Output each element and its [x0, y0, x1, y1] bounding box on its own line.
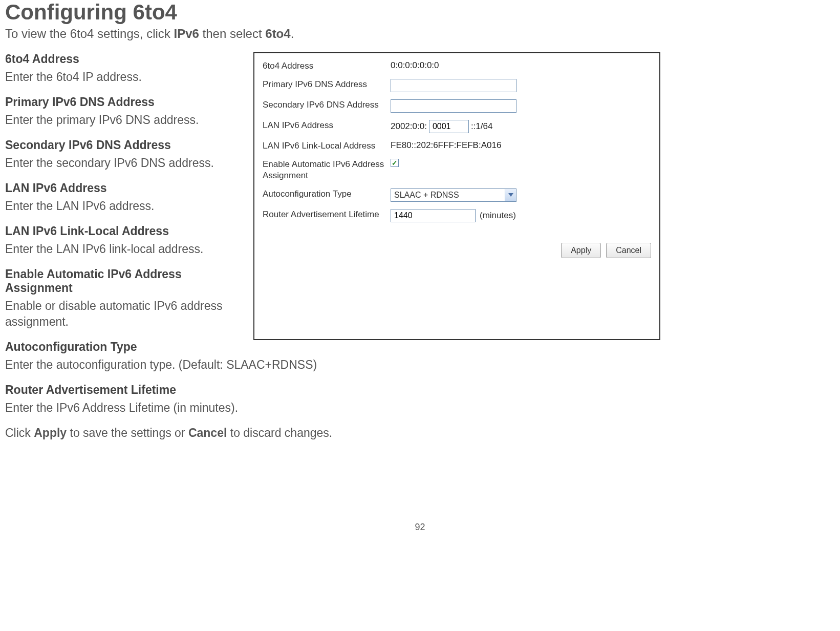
section-desc-lan-ipv6: Enter the LAN IPv6 address. — [5, 198, 243, 214]
section-title-secondary-dns: Secondary IPv6 DNS Address — [5, 138, 243, 152]
page-subtitle: To view the 6to4 settings, click IPv6 th… — [5, 27, 835, 41]
section-desc-linklocal: Enter the LAN IPv6 link-local address. — [5, 241, 243, 257]
subtitle-bold-ipv6: IPv6 — [174, 27, 199, 40]
page-number: 92 — [5, 522, 835, 533]
label-secondary-dns: Secondary IPv6 DNS Address — [263, 99, 391, 111]
value-linklocal: FE80::202:6FFF:FEFB:A016 — [391, 140, 501, 151]
final-pre: Click — [5, 426, 34, 439]
final-bold-cancel: Cancel — [188, 426, 227, 439]
section-title-6to4: 6to4 Address — [5, 52, 243, 66]
label-linklocal: LAN IPv6 Link-Local Address — [263, 140, 391, 152]
subtitle-text-mid: then select — [199, 27, 265, 40]
autoconf-select-value: SLAAC + RDNSS — [391, 191, 462, 200]
settings-form-panel: 6to4 Address 0:0:0:0:0:0:0 Primary IPv6 … — [253, 52, 660, 340]
lan-prefix-text: 2002:0:0: — [391, 121, 427, 132]
section-desc-autoconf: Enter the autoconfiguration type. (Defau… — [5, 357, 835, 373]
section-title-lan-ipv6: LAN IPv6 Address — [5, 181, 243, 195]
page-title: Configuring 6to4 — [5, 0, 835, 25]
label-primary-dns: Primary IPv6 DNS Address — [263, 79, 391, 90]
router-adv-input[interactable] — [391, 209, 476, 222]
chevron-down-icon — [505, 189, 516, 201]
section-title-router-adv: Router Advertisement Lifetime — [5, 383, 835, 397]
section-title-autoconf: Autoconfiguration Type — [5, 340, 835, 354]
subtitle-text-end: . — [291, 27, 294, 40]
section-desc-secondary-dns: Enter the secondary IPv6 DNS address. — [5, 155, 243, 171]
section-desc-enable-auto: Enable or disable automatic IPv6 address… — [5, 298, 243, 330]
svg-marker-0 — [508, 193, 513, 197]
section-title-primary-dns: Primary IPv6 DNS Address — [5, 95, 243, 109]
section-desc-primary-dns: Enter the primary IPv6 DNS address. — [5, 112, 243, 128]
lan-ipv6-input[interactable] — [429, 120, 469, 133]
section-title-enable-auto: Enable Automatic IPv6 Address Assignment — [5, 267, 243, 295]
section-desc-6to4: Enter the 6to4 IP address. — [5, 69, 243, 85]
label-6to4-address: 6to4 Address — [263, 60, 391, 72]
lan-suffix-text: ::1/64 — [471, 121, 493, 132]
label-autoconf: Autoconfiguration Type — [263, 188, 391, 200]
autoconf-select[interactable]: SLAAC + RDNSS — [391, 188, 516, 202]
final-note: Click Apply to save the settings or Canc… — [5, 426, 835, 440]
value-6to4-address: 0:0:0:0:0:0:0 — [391, 60, 439, 71]
section-desc-router-adv: Enter the IPv6 Address Lifetime (in minu… — [5, 400, 835, 416]
router-adv-unit: (minutes) — [480, 211, 516, 221]
section-title-linklocal: LAN IPv6 Link-Local Address — [5, 224, 243, 238]
subtitle-bold-6to4: 6to4 — [265, 27, 290, 40]
label-enable-auto: Enable Automatic IPv6 Address Assignment — [263, 159, 391, 181]
label-lan-ipv6: LAN IPv6 Address — [263, 120, 391, 131]
apply-button[interactable]: Apply — [561, 243, 601, 258]
final-end: to discard changes. — [227, 426, 332, 439]
primary-dns-input[interactable] — [391, 79, 516, 92]
enable-auto-checkbox[interactable]: ✓ — [391, 159, 399, 167]
cancel-button[interactable]: Cancel — [606, 243, 651, 258]
label-router-adv: Router Advertisement Lifetime — [263, 209, 391, 220]
final-mid: to save the settings or — [67, 426, 188, 439]
secondary-dns-input[interactable] — [391, 99, 516, 113]
subtitle-text: To view the 6to4 settings, click — [5, 27, 174, 40]
final-bold-apply: Apply — [34, 426, 67, 439]
